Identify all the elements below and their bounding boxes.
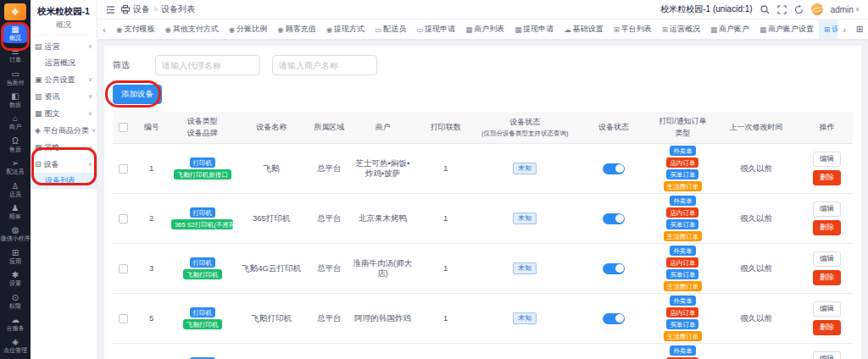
fullscreen-icon[interactable] — [777, 5, 787, 14]
tab-split-ratio[interactable]: ◉分账比例 — [224, 19, 272, 39]
sidebar-item-news[interactable]: ▥资讯∨ — [31, 88, 97, 105]
sidebar-item-public-settings[interactable]: ▣公共设置∨ — [31, 71, 97, 88]
user-icon: ◉ — [164, 25, 170, 34]
cell-merchant: 芝士可热•焖饭•炸鸡•披萨 — [351, 144, 415, 194]
order-type-badge: 店内订单 — [666, 207, 698, 218]
tab-courier[interactable]: ▭配送员 — [370, 19, 411, 39]
tab-withdraw-apply-2[interactable]: ▦提现申请 — [509, 19, 559, 39]
collapse-sidebar-icon[interactable] — [106, 5, 115, 14]
device-brand-badge: 飞鹅打印机 — [183, 319, 222, 329]
tab-payment-template[interactable]: ◉支付模板 — [111, 19, 159, 39]
sidebar-item-operations-overview[interactable]: 运营概况 — [31, 55, 97, 71]
tab-merchant-account-settings[interactable]: ▦商户账户设置 — [754, 19, 819, 39]
edit-button[interactable]: 编辑 — [813, 202, 841, 217]
cell-status-query: 未知 — [476, 344, 573, 359]
cell-number: 2 — [133, 194, 170, 244]
cell-region: 总平台 — [308, 344, 351, 359]
tab-device-list[interactable]: ⊞设备列表× — [819, 19, 837, 39]
edit-button[interactable]: 编辑 — [813, 152, 841, 167]
header-checkbox[interactable] — [119, 123, 128, 132]
rail-item-label: 店员 — [9, 191, 21, 197]
rail-item-after-sale[interactable]: Ω售后 — [0, 134, 31, 156]
breadcrumb-root[interactable]: 设备 — [133, 3, 150, 15]
sidebar-item-strategy[interactable]: ▩策略∨ — [31, 139, 97, 156]
strategy-icon: ▩ — [35, 143, 42, 152]
sidebar-item-devices[interactable]: ⊟设备∧ — [31, 156, 97, 173]
edit-button[interactable]: 编辑 — [813, 301, 841, 317]
tab-options-icon[interactable]: ⊞ — [851, 19, 868, 39]
grid-icon: ⊞ — [824, 25, 830, 34]
cell-copies: 1 — [415, 144, 476, 194]
row-checkbox[interactable] — [119, 264, 128, 273]
tab-customer-recharge[interactable]: ◉顾客充值 — [272, 19, 320, 39]
header-line: 打印/通知订单类型 — [656, 116, 709, 139]
edit-button[interactable]: 编辑 — [813, 351, 841, 359]
rail-item-spot-management[interactable]: ◈点位管理 — [0, 335, 31, 357]
rail-item-data[interactable]: ◧数据 — [0, 89, 31, 111]
rail-item-couriers[interactable]: ➢配送员 — [0, 156, 31, 178]
sidebar-item-device-list[interactable]: 设备列表 — [31, 173, 97, 189]
tab-withdraw-methods[interactable]: ◉提现方式 — [321, 19, 370, 39]
user-menu[interactable]: admin ∨ — [831, 5, 860, 14]
rail-item-staff[interactable]: ♙店员 — [0, 179, 31, 201]
tabs-scroll-right-icon[interactable]: › — [837, 19, 851, 39]
delete-button[interactable]: 删除 — [813, 270, 841, 285]
rail-item-orders[interactable]: ☰订单 — [0, 44, 31, 66]
cell-actions: 编辑删除 — [801, 244, 853, 294]
top-bar-right: 校米粒校园-1 (uniacid:1) admin ∨ — [660, 3, 860, 15]
tab-merchant-account[interactable]: ▦商户账户 — [705, 19, 754, 39]
tab-platform-list[interactable]: ⊞平台列表 — [609, 19, 657, 39]
cell-status-query: 未知 — [476, 294, 573, 344]
rail-item-label: 商户 — [9, 124, 21, 130]
sidebar-item-operations[interactable]: ▤运营∧ — [31, 38, 97, 55]
rail-item-permissions[interactable]: ⊙权限 — [0, 290, 31, 312]
rail-item-settings[interactable]: ✱设置 — [0, 268, 31, 290]
user-icon: ◉ — [277, 25, 283, 34]
rail-item-overview[interactable]: ▦概况 — [0, 22, 31, 44]
tab-other-payment-methods[interactable]: ◉其他支付方式 — [159, 19, 223, 39]
add-device-button[interactable]: 添加设备 — [113, 85, 162, 104]
column-header — [113, 112, 133, 144]
rail-item-apps[interactable]: ⊞应用 — [0, 246, 31, 268]
row-checkbox[interactable] — [119, 164, 128, 174]
chevron-down-icon: ∨ — [88, 110, 92, 117]
refresh-icon[interactable] — [794, 5, 804, 14]
tab-withdraw-apply[interactable]: ▭提现申请 — [411, 19, 460, 39]
order-type-badge: 店内订单 — [666, 307, 698, 318]
sidebar-item-label: 策略 — [45, 142, 60, 153]
avatar[interactable] — [811, 3, 823, 15]
device-status-toggle[interactable] — [603, 263, 625, 274]
merchant-name-input[interactable] — [272, 55, 377, 75]
device-status-toggle[interactable] — [603, 313, 625, 324]
filter-row: 筛选 — [113, 46, 853, 83]
device-status-toggle[interactable] — [603, 163, 625, 174]
tab-basic-settings[interactable]: ☁基础设置 — [559, 19, 609, 39]
cell-order-types: 外卖单店内订单买单订单生活圈订单 — [654, 144, 711, 194]
calendar-icon: ▦ — [465, 25, 472, 34]
delete-button[interactable]: 删除 — [813, 320, 841, 335]
rail-item-cloud-service[interactable]: ☁云服务 — [0, 312, 31, 334]
rail-item-merchants[interactable]: ⌂商户 — [0, 112, 31, 134]
row-checkbox[interactable] — [119, 314, 128, 323]
rail-item-face-pay[interactable]: ▭当面付 — [0, 67, 31, 89]
delete-button[interactable]: 删除 — [813, 220, 841, 235]
sidebar-item-label: 运营概况 — [45, 58, 75, 69]
rail-item-customers[interactable]: ♟顾客 — [0, 201, 31, 223]
tab-merchant-list[interactable]: ▦商户列表 — [460, 19, 509, 39]
row-checkbox[interactable] — [119, 214, 128, 224]
agent-name-input[interactable] — [155, 55, 260, 75]
rail-item-mini-program[interactable]: ◍微信小程序 — [0, 224, 31, 246]
cell-region: 总平台 — [308, 144, 351, 194]
app-logo-icon[interactable]: ❖ — [4, 3, 26, 20]
cell-status-toggle — [573, 344, 654, 359]
sidebar-item-platform-categories[interactable]: ◈平台商品分类∨ — [31, 122, 97, 139]
edit-button[interactable]: 编辑 — [813, 251, 841, 267]
device-status-toggle[interactable] — [603, 213, 625, 224]
sidebar-item-articles[interactable]: ▦图文∨ — [31, 105, 97, 122]
tab-operations-overview[interactable]: ⊞运营概况 — [657, 19, 705, 39]
tabs-scroll-left-icon[interactable]: ‹ — [97, 19, 111, 39]
column-header: 设备名称 — [235, 112, 307, 144]
grid-icon: ⊞ — [614, 25, 620, 34]
delete-button[interactable]: 删除 — [813, 170, 841, 185]
search-icon[interactable] — [760, 5, 770, 14]
